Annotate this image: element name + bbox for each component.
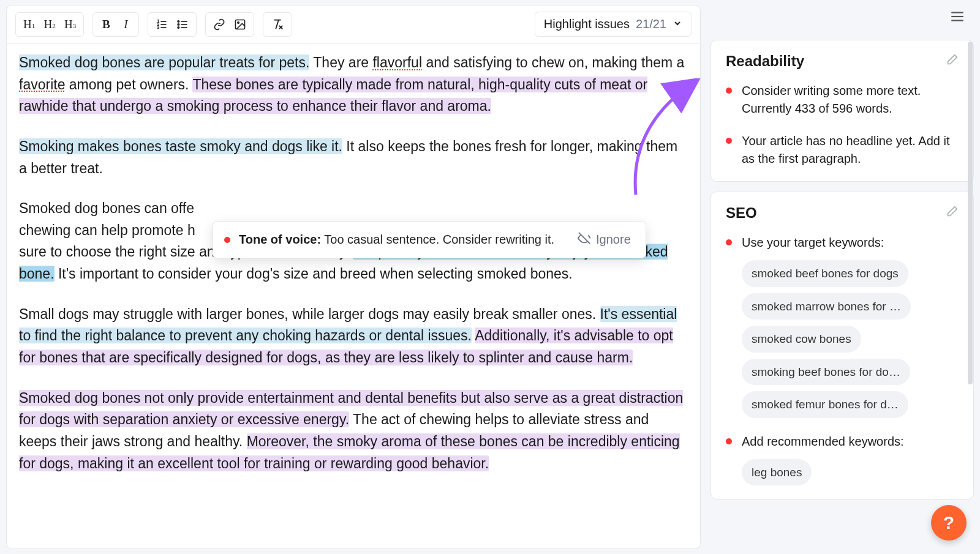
- eye-off-icon: [578, 231, 591, 248]
- keyword-pill[interactable]: leg bones: [742, 459, 812, 486]
- keyword-pill[interactable]: smoked cow bones: [742, 326, 861, 353]
- link-button[interactable]: [209, 15, 229, 34]
- svg-point-9: [178, 20, 179, 22]
- seo-issues: Use your target keywords: smoked beef bo…: [726, 234, 959, 485]
- highlight-issues-dropdown[interactable]: Highlight issues 21/21: [535, 12, 692, 37]
- format-group: B I: [92, 12, 139, 37]
- svg-point-11: [178, 26, 179, 28]
- insert-group: [205, 12, 254, 37]
- unordered-list-button[interactable]: [173, 15, 192, 34]
- issue-dot: [726, 88, 732, 94]
- seo-title: SEO: [726, 204, 757, 222]
- issue-item[interactable]: Add recommended keywords: leg bones: [726, 433, 959, 486]
- ordered-list-button[interactable]: 123: [152, 15, 172, 34]
- highlight-issues-count: 21/21: [636, 17, 666, 31]
- keyword-pill[interactable]: smoked femur bones for d…: [742, 391, 908, 418]
- highlight-issues-label: Highlight issues: [544, 17, 630, 31]
- issue-item[interactable]: Your article has no headline yet. Add it…: [726, 132, 959, 168]
- bold-button[interactable]: B: [97, 15, 115, 34]
- list-group: 123: [148, 12, 197, 37]
- issue-dot: [726, 239, 732, 245]
- chevron-down-icon: [673, 18, 682, 31]
- readability-title: Readability: [726, 53, 804, 70]
- readability-issues: Consider writing some more text. Current…: [726, 82, 959, 168]
- toolbar: H1 H2 H3 B I 123: [7, 6, 700, 43]
- keyword-pill[interactable]: smoked beef bones for dogs: [742, 260, 908, 287]
- issue-dot: [726, 138, 732, 144]
- issue-dot: [224, 237, 230, 243]
- editor-body[interactable]: Smoked dog bones are popular treats for …: [7, 43, 700, 507]
- paragraph[interactable]: Smoking makes bones taste smoky and dogs…: [19, 136, 688, 179]
- paragraph[interactable]: Smoked dog bones are popular treats for …: [19, 52, 688, 118]
- pencil-icon[interactable]: [945, 205, 959, 221]
- heading-group: H1 H2 H3: [15, 12, 84, 37]
- clear-group: [263, 12, 292, 37]
- popup-label: Tone of voice:: [239, 233, 321, 246]
- h1-button[interactable]: H1: [20, 15, 39, 34]
- editor-panel: H1 H2 H3 B I 123: [6, 5, 701, 549]
- sidebar-scrollbar[interactable]: [968, 42, 973, 384]
- image-button[interactable]: [230, 15, 250, 34]
- tone-suggestion-popup: Tone of voice: Too casual sentence. Cons…: [213, 221, 646, 258]
- sidebar: Readability Consider writing some more t…: [710, 5, 974, 549]
- svg-point-10: [178, 23, 179, 25]
- svg-text:3: 3: [157, 24, 160, 29]
- h2-button[interactable]: H2: [40, 15, 59, 34]
- issue-dot: [726, 438, 732, 444]
- svg-point-13: [238, 21, 239, 23]
- italic-button[interactable]: I: [116, 15, 135, 34]
- keyword-pill[interactable]: smoked marrow bones for …: [742, 293, 911, 320]
- sidebar-menu-button[interactable]: [946, 5, 969, 30]
- h3-button[interactable]: H3: [61, 15, 80, 34]
- help-button[interactable]: ?: [931, 505, 967, 541]
- readability-card: Readability Consider writing some more t…: [710, 40, 974, 182]
- issue-item[interactable]: Use your target keywords: smoked beef bo…: [726, 234, 959, 418]
- pencil-icon[interactable]: [945, 53, 959, 69]
- paragraph[interactable]: Smoked dog bones not only provide entert…: [19, 387, 688, 475]
- paragraph[interactable]: Small dogs may struggle with larger bone…: [19, 304, 688, 369]
- keyword-pill[interactable]: smoking beef bones for do…: [742, 359, 910, 386]
- popup-message: Too casual sentence. Consider rewriting …: [324, 233, 554, 246]
- ignore-button[interactable]: Ignore: [574, 231, 635, 249]
- clear-format-button[interactable]: [267, 15, 288, 34]
- seo-card: SEO Use your target keywords: smoked bee…: [710, 192, 974, 500]
- issue-item[interactable]: Consider writing some more text. Current…: [726, 82, 959, 118]
